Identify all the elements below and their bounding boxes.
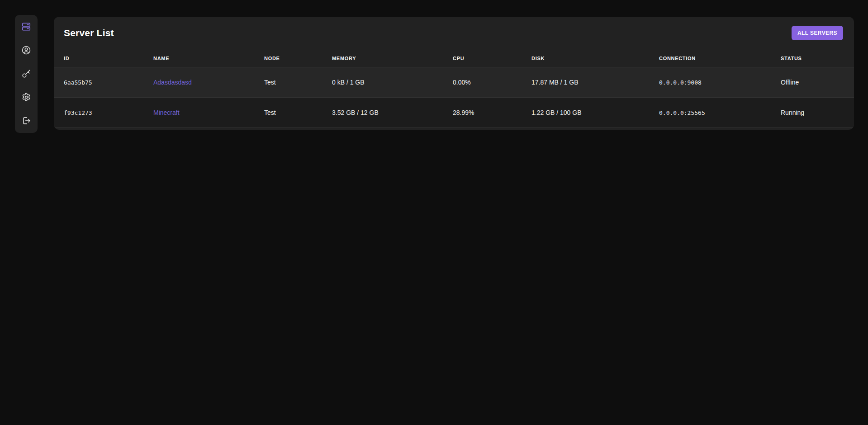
- server-memory-cell: 3.52 GB / 12 GB: [332, 98, 453, 128]
- server-list-panel: Server List ALL SERVERS ID NAME NODE MEM…: [54, 17, 854, 130]
- key-icon: [21, 69, 31, 79]
- sidebar-item-api-keys[interactable]: [21, 69, 32, 79]
- column-header-name: NAME: [153, 49, 264, 67]
- server-cpu-cell: 28.99%: [453, 98, 531, 128]
- sidebar-item-account[interactable]: [21, 45, 32, 56]
- server-status-cell: Offline: [781, 67, 854, 98]
- server-name-link[interactable]: Adasdasdasd: [153, 79, 192, 86]
- gear-icon: [21, 92, 31, 102]
- column-header-node: NODE: [264, 49, 332, 67]
- user-circle-icon: [21, 45, 31, 55]
- server-table-head: ID NAME NODE MEMORY CPU DISK CONNECTION …: [54, 49, 854, 67]
- server-table: ID NAME NODE MEMORY CPU DISK CONNECTION …: [54, 49, 854, 128]
- column-header-connection: CONNECTION: [659, 49, 781, 67]
- column-header-id: ID: [54, 49, 153, 67]
- sidebar-item-logout[interactable]: [21, 115, 32, 126]
- server-memory-cell: 0 kB / 1 GB: [332, 67, 453, 98]
- column-header-memory: MEMORY: [332, 49, 453, 67]
- sidebar: [15, 15, 38, 133]
- server-node-cell: Test: [264, 67, 332, 98]
- server-connection-cell: 0.0.0.0:25565: [659, 98, 781, 128]
- server-connection-cell: 0.0.0.0:9008: [659, 67, 781, 98]
- logout-icon: [21, 116, 31, 126]
- table-row: f93c1273 Minecraft Test 3.52 GB / 12 GB …: [54, 98, 854, 128]
- sidebar-item-settings[interactable]: [21, 92, 32, 102]
- column-header-status: STATUS: [781, 49, 854, 67]
- all-servers-button[interactable]: ALL SERVERS: [792, 26, 843, 40]
- server-disk-cell: 1.22 GB / 100 GB: [531, 98, 659, 128]
- server-node-cell: Test: [264, 98, 332, 128]
- server-id-cell: 6aa55b75: [54, 67, 153, 98]
- app-background: { "theme": { "page_bg": "#0e0e0e", "pane…: [0, 0, 868, 425]
- server-name-link[interactable]: Minecraft: [153, 109, 180, 116]
- server-id-cell: f93c1273: [54, 98, 153, 128]
- sidebar-item-servers[interactable]: [21, 22, 32, 32]
- page-title: Server List: [64, 28, 114, 38]
- table-row: 6aa55b75 Adasdasdasd Test 0 kB / 1 GB 0.…: [54, 67, 854, 98]
- server-status-cell: Running: [781, 98, 854, 128]
- column-header-disk: DISK: [531, 49, 659, 67]
- server-cpu-cell: 0.00%: [453, 67, 531, 98]
- panel-header: Server List ALL SERVERS: [54, 17, 854, 49]
- server-icon: [21, 22, 31, 32]
- server-table-body: 6aa55b75 Adasdasdasd Test 0 kB / 1 GB 0.…: [54, 67, 854, 128]
- column-header-cpu: CPU: [453, 49, 531, 67]
- server-disk-cell: 17.87 MB / 1 GB: [531, 67, 659, 98]
